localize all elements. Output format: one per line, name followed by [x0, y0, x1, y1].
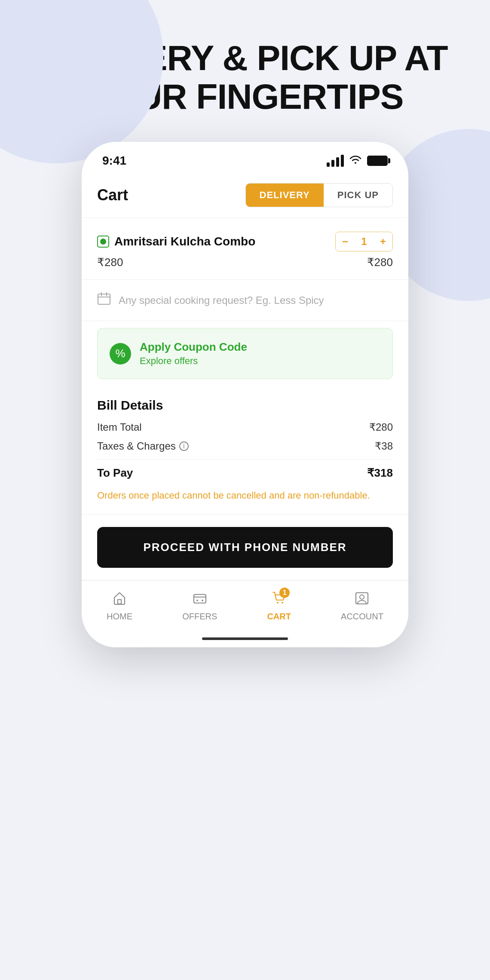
svg-rect-5	[194, 594, 206, 603]
item-total-row: Item Total ₹280	[97, 421, 393, 433]
quantity-control[interactable]: − 1 +	[335, 232, 393, 251]
taxes-row: Taxes & Charges i ₹38	[97, 440, 393, 452]
cart-badge: 1	[279, 588, 290, 598]
battery-icon	[367, 156, 388, 166]
home-icon	[112, 591, 127, 609]
cart-item-section: Amritsari Kulcha Combo − 1 + ₹280 ₹280	[82, 218, 408, 280]
cart-item-row: Amritsari Kulcha Combo − 1 +	[97, 232, 393, 251]
taxes-amount: ₹38	[375, 440, 393, 452]
status-time: 9:41	[102, 154, 126, 168]
proceed-section: PROCEED WITH PHONE NUMBER	[82, 515, 408, 580]
calendar-icon	[97, 292, 111, 309]
taxes-info-icon[interactable]: i	[179, 441, 189, 451]
notch	[193, 142, 297, 163]
svg-point-6	[196, 600, 198, 601]
svg-point-11	[360, 595, 364, 599]
account-label: ACCOUNT	[341, 612, 383, 622]
page: DELIVERY & PICK UP AT YOUR FINGERTIPS 9:…	[0, 0, 490, 647]
item-total-amount: ₹280	[369, 421, 393, 433]
wifi-icon	[349, 154, 362, 168]
item-name-group: Amritsari Kulcha Combo	[97, 235, 255, 248]
coupon-explore-text: Explore offers	[140, 355, 247, 367]
cart-badge-wrapper: 1	[272, 591, 286, 609]
item-total-label: Item Total	[97, 421, 142, 433]
cart-title: Cart	[97, 186, 128, 204]
home-label: HOME	[107, 612, 132, 622]
offers-label: OFFERS	[182, 612, 217, 622]
status-icons	[327, 154, 388, 168]
coupon-text-group: Apply Coupon Code Explore offers	[140, 340, 247, 367]
bill-divider	[97, 459, 393, 459]
item-name: Amritsari Kulcha Combo	[114, 235, 255, 248]
special-request-placeholder: Any special cooking request? Eg. Less Sp…	[119, 294, 324, 306]
bill-section: Bill Details Item Total ₹280 Taxes & Cha…	[82, 386, 408, 515]
offers-icon	[193, 591, 207, 609]
svg-point-9	[282, 602, 283, 603]
svg-rect-0	[98, 294, 110, 304]
nav-cart[interactable]: 1 CART	[267, 591, 291, 622]
tab-delivery[interactable]: DELIVERY	[246, 184, 324, 207]
svg-rect-4	[118, 600, 121, 604]
coupon-icon: %	[110, 343, 131, 364]
to-pay-label: To Pay	[97, 466, 133, 480]
bill-title: Bill Details	[97, 398, 393, 413]
app-header: Cart DELIVERY PICK UP	[82, 173, 408, 218]
to-pay-row: To Pay ₹318	[97, 466, 393, 480]
special-request-section[interactable]: Any special cooking request? Eg. Less Sp…	[82, 280, 408, 321]
taxes-label: Taxes & Charges i	[97, 440, 189, 452]
qty-value: 1	[355, 236, 374, 248]
nav-home[interactable]: HOME	[107, 591, 132, 622]
nav-offers[interactable]: OFFERS	[182, 591, 217, 622]
svg-point-7	[202, 600, 203, 601]
phone-mockup: 9:41 Cart	[82, 142, 408, 647]
nav-account[interactable]: ACCOUNT	[341, 591, 383, 622]
delivery-tabs[interactable]: DELIVERY PICK UP	[245, 183, 393, 207]
tab-pickup[interactable]: PICK UP	[324, 184, 392, 207]
item-price-row: ₹280 ₹280	[97, 256, 393, 269]
qty-decrease-button[interactable]: −	[336, 232, 355, 251]
qty-increase-button[interactable]: +	[374, 232, 392, 251]
cancel-notice: Orders once placed cannot be cancelled a…	[97, 488, 393, 502]
home-indicator	[82, 630, 408, 647]
account-icon	[355, 591, 369, 609]
item-price-left: ₹280	[97, 256, 123, 269]
proceed-button[interactable]: PROCEED WITH PHONE NUMBER	[97, 527, 393, 568]
to-pay-amount: ₹318	[367, 466, 393, 480]
home-bar	[202, 637, 288, 640]
signal-icon	[327, 155, 344, 167]
svg-point-8	[277, 602, 279, 603]
item-price-right: ₹280	[367, 256, 393, 269]
coupon-percent-icon: %	[115, 347, 125, 360]
coupon-apply-text: Apply Coupon Code	[140, 340, 247, 354]
bottom-nav: HOME OFFERS	[82, 580, 408, 630]
coupon-section[interactable]: % Apply Coupon Code Explore offers	[97, 328, 393, 379]
veg-indicator	[97, 236, 109, 248]
cart-label: CART	[267, 612, 291, 622]
